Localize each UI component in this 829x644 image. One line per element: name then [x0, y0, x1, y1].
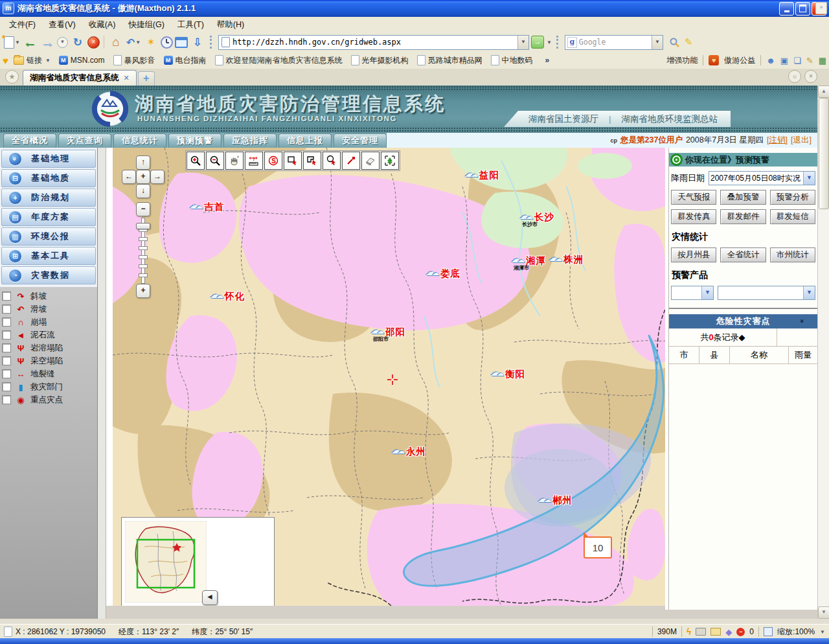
city-marker[interactable]: ☁☁益阳 — [464, 169, 499, 181]
tab-settings-icon[interactable]: ☼ — [788, 70, 801, 83]
tab-active[interactable]: 湖南省地质灾害信息系统 ✕ — [23, 70, 137, 86]
notes-icon[interactable]: ❏ — [793, 56, 801, 65]
select-s-tool[interactable]: S — [264, 152, 282, 170]
tab-close-icon[interactable]: ✕ — [124, 74, 130, 82]
warning-flag-marker[interactable]: 10 — [584, 536, 612, 558]
maxthon-charity-link[interactable]: 傲游公益 — [724, 55, 755, 66]
links-folder[interactable]: 链接▼ — [14, 55, 51, 66]
go-dropdown-icon[interactable]: ▼ — [547, 40, 552, 45]
magic-fill-icon[interactable]: ✶ — [143, 34, 159, 50]
chevron-down-icon[interactable]: ▼ — [803, 286, 815, 299]
restore-button[interactable] — [795, 2, 810, 16]
highlighter-icon[interactable]: ✎ — [685, 36, 693, 48]
map-canvas[interactable]: ?S ↑ ← + → ↓ − + ☁☁吉首☁☁益阳☁☁长沙长沙市☁☁娄底☁☁湘潭… — [113, 148, 665, 606]
pan-up-button[interactable]: ↑ — [136, 155, 150, 170]
overview-map[interactable] — [125, 521, 207, 603]
full-extent-tool[interactable] — [381, 152, 399, 170]
close-tabs-icon[interactable]: × — [804, 70, 817, 83]
back-button[interactable]: ← — [22, 34, 38, 50]
window-icon[interactable]: ▣ — [780, 56, 788, 65]
lightning-icon[interactable]: ϟ — [687, 627, 691, 637]
city-marker[interactable]: ☁☁株洲 — [549, 253, 584, 266]
center-map-button[interactable]: + — [136, 170, 150, 184]
page-scrollbar[interactable]: ▲ ▼ — [817, 86, 829, 619]
scrollbar-thumb[interactable] — [819, 98, 829, 209]
nav-tab[interactable]: 灾点查询 — [58, 133, 111, 148]
product-type-select[interactable]: ▼ — [671, 286, 714, 300]
eraser-tool[interactable] — [361, 152, 380, 170]
stop-button[interactable]: × — [87, 36, 100, 49]
panel-button[interactable]: 叠加预警 — [720, 190, 766, 205]
layer-checkbox[interactable] — [2, 356, 11, 365]
city-marker[interactable]: ☁☁邵阳邵阳市 — [370, 326, 405, 338]
new-tab-button[interactable]: + — [138, 71, 155, 86]
pan-tool[interactable] — [225, 152, 244, 170]
rain-date-select[interactable]: 2007年05月05日08时实况 ▼ — [709, 171, 815, 185]
product-item-select[interactable]: ▼ — [718, 286, 815, 300]
sidebar-section-button[interactable]: ▤年度方案 — [1, 208, 96, 226]
city-marker[interactable]: ☁☁郴州 — [538, 494, 573, 507]
resize-icon[interactable] — [764, 627, 773, 636]
plugin-icon[interactable]: ▦ — [819, 56, 826, 65]
org-link[interactable]: 湖南省国土资源厅 — [528, 113, 598, 125]
layer-checkbox[interactable] — [2, 395, 11, 404]
google-logo-icon[interactable]: g — [567, 37, 577, 48]
search-placeholder[interactable]: Google — [579, 38, 652, 47]
sidebar-scrollbar[interactable] — [98, 148, 106, 619]
panel-button[interactable]: 群发传真 — [671, 209, 716, 224]
select-circle-tool[interactable] — [323, 152, 341, 170]
collapse-chevron-icon[interactable]: » — [795, 319, 809, 323]
org-link[interactable]: 湖南省地质环境监测总站 — [622, 113, 718, 125]
link-item[interactable]: 觅路城市精品网 — [417, 55, 483, 66]
home-button[interactable]: ⌂ — [108, 34, 124, 50]
zoom-in-tool[interactable] — [187, 152, 205, 170]
layer-checkbox[interactable] — [2, 330, 11, 339]
popup-blocker-icon[interactable]: − — [736, 628, 745, 636]
link-item[interactable]: 暴风影音 — [113, 55, 155, 66]
panel-button[interactable]: 市州统计 — [770, 247, 815, 262]
link-item[interactable]: MMSN.com — [59, 56, 105, 65]
menu-item[interactable]: 文件(F) — [3, 17, 42, 32]
maxthon-charity-icon[interactable]: ♥ — [709, 55, 719, 65]
zoom-level[interactable]: 缩放:100% — [777, 627, 815, 638]
city-marker[interactable]: ☁☁怀化 — [210, 290, 245, 303]
menu-item[interactable]: 帮助(H) — [210, 17, 251, 32]
zoom-out-tool[interactable] — [206, 152, 224, 170]
chevron-down-icon[interactable]: ▼ — [803, 172, 815, 185]
eraser-icon[interactable]: ◆ — [725, 627, 732, 637]
panel-button[interactable]: 全省统计 — [720, 247, 766, 262]
nav-tab[interactable]: 全省概况 — [3, 133, 56, 148]
history-clock-icon[interactable] — [161, 36, 173, 49]
address-bar[interactable]: http://dzzh.hndh.gov.cn/gridweb.aspx ▼ — [218, 35, 529, 50]
link-item[interactable]: 中地数码 — [491, 55, 533, 66]
deselect-rectangle-tool[interactable] — [303, 152, 321, 170]
menu-item[interactable]: 收藏(A) — [82, 17, 122, 32]
history-dropdown-icon[interactable]: ▼ — [57, 37, 68, 48]
chevron-down-icon[interactable]: ▼ — [701, 286, 713, 299]
panel-button[interactable]: 群发短信 — [770, 209, 815, 224]
pan-left-button[interactable]: ← — [122, 170, 136, 184]
pan-down-button[interactable]: ↓ — [136, 184, 150, 198]
refresh-button[interactable]: ↻ — [70, 34, 85, 50]
nav-tab[interactable]: 安全管理 — [334, 133, 387, 148]
sidebar-section-button[interactable]: ⊞基本工具 — [1, 247, 96, 265]
sidebar-section-button[interactable]: ▥环境公报 — [1, 227, 96, 246]
zoom-slider-handle[interactable] — [136, 223, 150, 229]
inset-collapse-button[interactable]: ◄ — [202, 590, 218, 605]
link-item[interactable]: 光年摄影机构 — [351, 55, 409, 66]
sidebar-section-button[interactable]: +防治规划 — [1, 189, 96, 207]
layer-checkbox[interactable] — [2, 317, 11, 327]
select-rectangle-tool[interactable] — [284, 152, 302, 170]
draw-point-tool[interactable] — [342, 152, 360, 170]
zoom-dropdown-icon[interactable]: ▼ — [820, 629, 825, 635]
go-button[interactable]: → — [531, 36, 544, 49]
favorites-star-icon[interactable]: ★ — [5, 70, 19, 84]
undo-button[interactable]: ↶▼ — [126, 34, 141, 50]
menu-item[interactable]: 工具(T) — [171, 17, 210, 32]
toolbar-collapse-icon[interactable]: » — [815, 2, 827, 14]
search-engine-dropdown-icon[interactable]: ▼ — [652, 36, 663, 49]
link-item[interactable]: 欢迎登陆湖南省地质灾害信息系统 — [215, 55, 343, 66]
layer-checkbox[interactable] — [2, 305, 11, 314]
menu-item[interactable]: 查看(V) — [42, 17, 82, 32]
city-marker[interactable]: ☁☁吉首 — [189, 201, 224, 213]
